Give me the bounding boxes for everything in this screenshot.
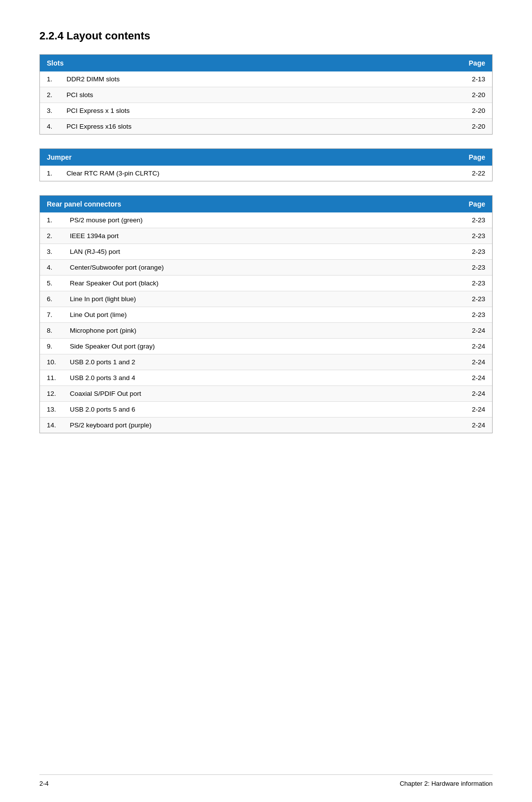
slots-header-page: Page bbox=[372, 55, 492, 71]
row-description: Side Speaker Out port (gray) bbox=[63, 339, 398, 354]
row-number: 2. bbox=[40, 228, 63, 244]
row-page: 2-22 bbox=[397, 166, 492, 181]
row-page: 2-23 bbox=[398, 228, 492, 244]
row-page: 2-13 bbox=[372, 71, 492, 87]
slots-table: Slots Page 1. DDR2 DIMM slots 2-13 2. PC… bbox=[39, 54, 493, 135]
row-number: 4. bbox=[40, 260, 63, 276]
section-title: 2.2.4 Layout contents bbox=[39, 30, 493, 42]
row-description: Line In port (light blue) bbox=[63, 291, 398, 307]
table-row: 3. LAN (RJ-45) port 2-23 bbox=[40, 244, 492, 260]
row-description: Rear Speaker Out port (black) bbox=[63, 276, 398, 291]
rear-panel-header-page: Page bbox=[398, 196, 492, 212]
jumper-table: Jumper Page 1. Clear RTC RAM (3-pin CLRT… bbox=[39, 148, 493, 181]
row-description: LAN (RJ-45) port bbox=[63, 244, 398, 260]
row-number: 4. bbox=[40, 119, 60, 135]
table-row: 1. Clear RTC RAM (3-pin CLRTC) 2-22 bbox=[40, 166, 492, 181]
table-row: 10. USB 2.0 ports 1 and 2 2-24 bbox=[40, 354, 492, 370]
row-description: PCI slots bbox=[60, 87, 372, 103]
table-row: 1. DDR2 DIMM slots 2-13 bbox=[40, 71, 492, 87]
row-description: Microphone port (pink) bbox=[63, 323, 398, 339]
row-number: 10. bbox=[40, 354, 63, 370]
row-page: 2-24 bbox=[398, 323, 492, 339]
row-description: USB 2.0 ports 5 and 6 bbox=[63, 402, 398, 418]
row-page: 2-23 bbox=[398, 276, 492, 291]
table-row: 12. Coaxial S/PDIF Out port 2-24 bbox=[40, 386, 492, 402]
row-description: PCI Express x 1 slots bbox=[60, 103, 372, 119]
row-number: 3. bbox=[40, 103, 60, 119]
row-number: 5. bbox=[40, 276, 63, 291]
row-description: Coaxial S/PDIF Out port bbox=[63, 386, 398, 402]
row-page: 2-24 bbox=[398, 402, 492, 418]
table-row: 7. Line Out port (lime) 2-23 bbox=[40, 307, 492, 323]
row-page: 2-23 bbox=[398, 260, 492, 276]
table-row: 1. PS/2 mouse port (green) 2-23 bbox=[40, 212, 492, 228]
row-number: 2. bbox=[40, 87, 60, 103]
row-description: DDR2 DIMM slots bbox=[60, 71, 372, 87]
jumper-header-label: Jumper bbox=[40, 149, 397, 166]
row-page: 2-20 bbox=[372, 87, 492, 103]
table-row: 5. Rear Speaker Out port (black) 2-23 bbox=[40, 276, 492, 291]
row-number: 9. bbox=[40, 339, 63, 354]
row-page: 2-24 bbox=[398, 354, 492, 370]
row-description: IEEE 1394a port bbox=[63, 228, 398, 244]
row-number: 12. bbox=[40, 386, 63, 402]
row-description: Line Out port (lime) bbox=[63, 307, 398, 323]
jumper-header-page: Page bbox=[397, 149, 492, 166]
row-description: USB 2.0 ports 3 and 4 bbox=[63, 370, 398, 386]
row-description: PS/2 mouse port (green) bbox=[63, 212, 398, 228]
table-row: 2. PCI slots 2-20 bbox=[40, 87, 492, 103]
table-row: 13. USB 2.0 ports 5 and 6 2-24 bbox=[40, 402, 492, 418]
row-number: 3. bbox=[40, 244, 63, 260]
table-row: 3. PCI Express x 1 slots 2-20 bbox=[40, 103, 492, 119]
row-description: PCI Express x16 slots bbox=[60, 119, 372, 135]
row-description: USB 2.0 ports 1 and 2 bbox=[63, 354, 398, 370]
section-number: 2.2.4 Layout contents bbox=[39, 30, 150, 42]
table-row: 2. IEEE 1394a port 2-23 bbox=[40, 228, 492, 244]
page-footer: 2-4 Chapter 2: Hardware information bbox=[39, 774, 493, 787]
table-row: 14. PS/2 keyboard port (purple) 2-24 bbox=[40, 418, 492, 433]
footer-page-number: 2-4 bbox=[39, 780, 49, 787]
row-page: 2-23 bbox=[398, 244, 492, 260]
row-number: 6. bbox=[40, 291, 63, 307]
table-row: 8. Microphone port (pink) 2-24 bbox=[40, 323, 492, 339]
footer-chapter: Chapter 2: Hardware information bbox=[399, 780, 493, 787]
row-page: 2-20 bbox=[372, 119, 492, 135]
row-number: 8. bbox=[40, 323, 63, 339]
table-row: 4. Center/Subwoofer port (orange) 2-23 bbox=[40, 260, 492, 276]
row-description: PS/2 keyboard port (purple) bbox=[63, 418, 398, 433]
slots-header-label: Slots bbox=[40, 55, 372, 71]
row-page: 2-23 bbox=[398, 212, 492, 228]
row-number: 13. bbox=[40, 402, 63, 418]
row-number: 1. bbox=[40, 166, 60, 181]
row-number: 1. bbox=[40, 212, 63, 228]
row-description: Clear RTC RAM (3-pin CLRTC) bbox=[60, 166, 397, 181]
row-number: 7. bbox=[40, 307, 63, 323]
row-page: 2-23 bbox=[398, 307, 492, 323]
table-row: 4. PCI Express x16 slots 2-20 bbox=[40, 119, 492, 135]
rear-panel-table: Rear panel connectors Page 1. PS/2 mouse… bbox=[39, 195, 493, 433]
row-page: 2-24 bbox=[398, 386, 492, 402]
rear-panel-header-label: Rear panel connectors bbox=[40, 196, 398, 212]
row-number: 11. bbox=[40, 370, 63, 386]
table-row: 11. USB 2.0 ports 3 and 4 2-24 bbox=[40, 370, 492, 386]
row-page: 2-24 bbox=[398, 339, 492, 354]
row-number: 1. bbox=[40, 71, 60, 87]
table-row: 9. Side Speaker Out port (gray) 2-24 bbox=[40, 339, 492, 354]
row-page: 2-24 bbox=[398, 418, 492, 433]
table-row: 6. Line In port (light blue) 2-23 bbox=[40, 291, 492, 307]
row-description: Center/Subwoofer port (orange) bbox=[63, 260, 398, 276]
row-number: 14. bbox=[40, 418, 63, 433]
row-page: 2-24 bbox=[398, 370, 492, 386]
row-page: 2-20 bbox=[372, 103, 492, 119]
row-page: 2-23 bbox=[398, 291, 492, 307]
